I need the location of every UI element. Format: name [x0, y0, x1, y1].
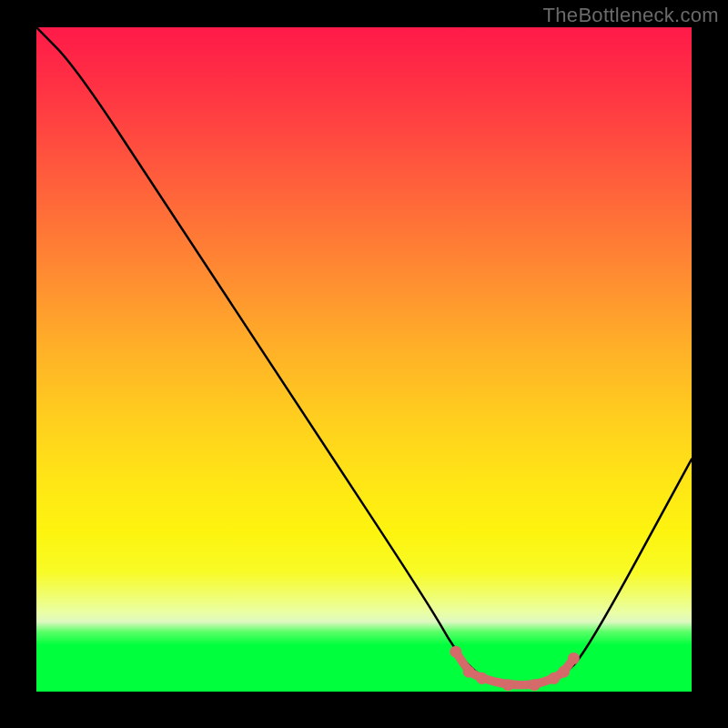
curve-layer — [36, 27, 692, 692]
optimal-range-dot — [558, 666, 570, 678]
optimal-range-dot — [548, 672, 560, 684]
optimal-range-dot — [502, 679, 514, 691]
plot-area — [36, 27, 692, 692]
optimal-range-dot — [529, 679, 541, 691]
bottleneck-curve — [36, 27, 692, 685]
optimal-range-dot — [568, 652, 580, 664]
optimal-range-dot — [463, 666, 475, 678]
watermark-text: TheBottleneck.com — [543, 4, 719, 27]
optimal-range-dot — [450, 646, 461, 658]
optimal-range-dot — [476, 672, 488, 684]
chart-frame: TheBottleneck.com — [0, 0, 728, 728]
